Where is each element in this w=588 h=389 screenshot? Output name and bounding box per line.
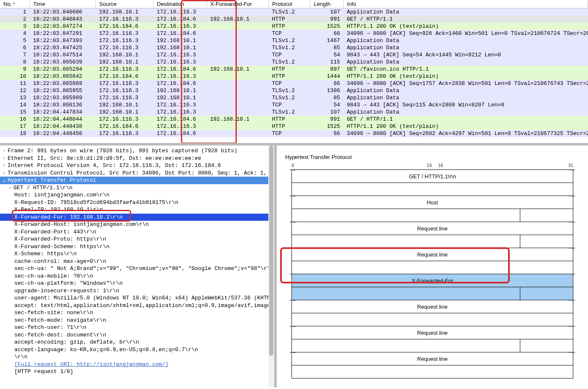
packet-row[interactable]: 1518:22:04.447834192.168.10.1172.16.116.… — [0, 108, 588, 116]
detail-header-line[interactable]: sec-fetch-user: ?1\r\n — [0, 324, 274, 331]
col-source[interactable]: Source — [96, 0, 154, 8]
col-no[interactable]: No. — [0, 0, 30, 8]
diagram-field[interactable]: Request line — [291, 248, 573, 274]
scroll-thumb[interactable] — [269, 146, 273, 356]
diagram-field[interactable]: Request line — [291, 352, 573, 378]
packet-row[interactable]: 1118:22:03.865869172.16.116.3172.16.184.… — [0, 80, 588, 87]
detail-header-line[interactable]: sec-ch-ua-platform: "Windows"\r\n — [0, 280, 274, 287]
detail-header-line[interactable]: X-Real-IP: 192.168.10.1\r\n — [0, 206, 274, 214]
col-x-forwarded-for[interactable]: X-Forwarded-For — [207, 0, 269, 8]
diagram-field[interactable]: Request line — [291, 222, 573, 248]
packet-diagram-pane[interactable]: Hypertext Transfer Protocol 0 15 16 31 ⁓… — [277, 146, 588, 387]
packet-row[interactable]: 1218:22:03.865955172.16.116.3192.168.10.… — [0, 87, 588, 94]
packet-row[interactable]: 818:22:03.865039192.168.10.1172.16.116.3… — [0, 58, 588, 66]
packet-row[interactable]: 218:22:03.846843172.16.116.3172.16.184.6… — [0, 16, 588, 23]
detail-header-line[interactable]: X-Forwarded-Host: isntjangjangman.com\r\… — [0, 221, 274, 228]
col-length[interactable]: Length — [310, 0, 344, 8]
detail-http[interactable]: ⌄Hypertext Transfer Protocol — [0, 177, 274, 184]
detail-tcp[interactable]: ›Transmission Control Protocol, Src Port… — [0, 169, 274, 177]
detail-header-line[interactable]: sec-fetch-site: none\r\n — [0, 309, 274, 317]
diagram-field[interactable]: Host — [291, 196, 573, 222]
detail-full-uri[interactable]: [Full request URI: http://isntjangjangma… — [0, 361, 274, 368]
detail-header-line[interactable]: Host: isntjangjangman.com\r\n — [0, 191, 274, 199]
packet-table-header[interactable]: No. Time Source Destination X-Forwarded-… — [0, 0, 588, 8]
packet-row[interactable]: 1318:22:03.865989172.16.116.3192.168.10.… — [0, 94, 588, 101]
detail-header-line[interactable]: user-agent: Mozilla/5.0 (Windows NT 10.0… — [0, 294, 274, 302]
bottom-panes: ›Frame 2: 991 bytes on wire (7928 bits),… — [0, 146, 588, 387]
detail-header-line[interactable]: upgrade-insecure-requests: 1\r\n — [0, 287, 274, 295]
detail-frame[interactable]: ›Frame 2: 991 bytes on wire (7928 bits),… — [0, 147, 274, 155]
detail-header-line[interactable]: X-Forwarded-Scheme: https\r\n — [0, 243, 274, 251]
packet-row[interactable]: 1718:22:04.448438172.16.184.6172.16.116.… — [0, 123, 588, 130]
detail-header-line[interactable]: X-Forwarded-Port: 443\r\n — [0, 228, 274, 236]
packet-table: No. Time Source Destination X-Forwarded-… — [0, 0, 588, 137]
detail-header-line[interactable]: accept: text/html,application/xhtml+xml,… — [0, 302, 274, 310]
packet-row[interactable]: 1418:22:03.866136192.168.10.1172.16.116.… — [0, 101, 588, 108]
detail-header-line[interactable]: sec-fetch-mode: navigate\r\n — [0, 317, 274, 324]
packet-row[interactable]: 718:22:03.847514192.168.10.1172.16.116.3… — [0, 51, 588, 58]
packet-row[interactable]: 1618:22:04.448044172.16.116.3172.16.184.… — [0, 116, 588, 123]
detail-get[interactable]: ›GET / HTTP/1.1\r\n — [0, 184, 274, 192]
diagram-ruler: 0 15 16 31 — [291, 164, 573, 170]
diagram-field[interactable]: X-Forwarded-For — [291, 274, 573, 300]
detail-header-line[interactable]: \r\n — [0, 353, 274, 361]
diagram-field[interactable]: Request line — [291, 300, 573, 326]
detail-header-line[interactable]: X-Scheme: https\r\n — [0, 250, 274, 258]
packet-details-pane[interactable]: ›Frame 2: 991 bytes on wire (7928 bits),… — [0, 146, 277, 387]
diagram-title: Hypertext Transfer Protocol — [285, 154, 580, 160]
packet-row[interactable]: 318:22:03.847274172.16.184.6172.16.116.3… — [0, 23, 588, 30]
col-time[interactable]: Time — [30, 0, 96, 8]
packet-row[interactable]: 618:22:03.847425172.16.116.3192.168.10.1… — [0, 44, 588, 51]
detail-ip[interactable]: ›Internet Protocol Version 4, Src: 172.1… — [0, 162, 274, 169]
detail-header-line[interactable]: sec-ch-ua-mobile: ?0\r\n — [0, 273, 274, 280]
detail-req-num[interactable]: [HTTP request 1/8] — [0, 368, 274, 376]
detail-header-line[interactable]: X-Forwarded-For: 192.168.10.1\r\n — [0, 214, 274, 221]
packet-row[interactable]: 418:22:03.847291172.16.116.3172.16.184.6… — [0, 30, 588, 37]
packet-row[interactable]: 118:22:03.846606192.168.10.1172.16.116.3… — [0, 8, 588, 16]
packet-row[interactable]: 918:22:03.865294172.16.116.3172.16.184.6… — [0, 66, 588, 73]
detail-header-line[interactable]: accept-encoding: gzip, deflate, br\r\n — [0, 339, 274, 346]
packet-row[interactable]: 1818:22:04.448456172.16.116.3172.16.184.… — [0, 130, 588, 137]
col-destination[interactable]: Destination — [154, 0, 207, 8]
packet-row[interactable]: 1018:22:03.865842172.16.184.6172.16.116.… — [0, 73, 588, 80]
detail-ethernet[interactable]: ›Ethernet II, Src: 8e:c9:d1:29:d9:5f, Ds… — [0, 155, 274, 162]
diagram-field[interactable]: GET / HTTP/1.1\r\n — [291, 170, 573, 196]
packet-list-pane[interactable]: No. Time Source Destination X-Forwarded-… — [0, 0, 588, 146]
col-protocol[interactable]: Protocol — [269, 0, 310, 8]
detail-header-line[interactable]: cache-control: max-age=0\r\n — [0, 258, 274, 265]
detail-header-line[interactable]: sec-fetch-dest: document\r\n — [0, 331, 274, 339]
col-info[interactable]: Info — [344, 0, 588, 8]
packet-row[interactable]: 518:22:03.847393172.16.116.3192.168.10.1… — [0, 37, 588, 44]
details-scrollbar[interactable] — [268, 146, 274, 387]
diagram-field[interactable]: Request line — [291, 326, 573, 352]
detail-header-line[interactable]: X-Request-ID: 79518cd5f2cd694bd3faefa41b… — [0, 199, 274, 206]
detail-header-line[interactable]: X-Forwarded-Proto: https\r\n — [0, 236, 274, 243]
detail-header-line[interactable]: accept-language: ko-KR,ko;q=0.9,en-US;q=… — [0, 346, 274, 354]
detail-header-line[interactable]: sec-ch-ua: " Not A;Brand";v="99", "Chrom… — [0, 265, 274, 273]
